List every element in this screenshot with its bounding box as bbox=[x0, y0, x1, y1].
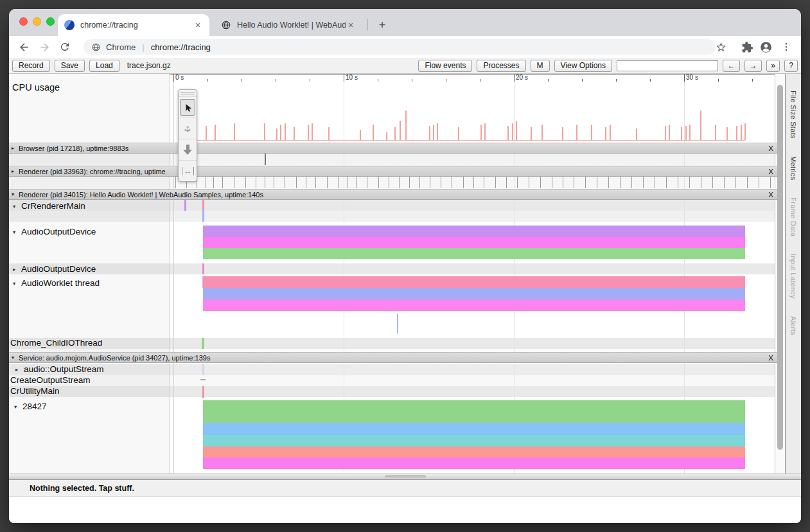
trace-event-mark[interactable] bbox=[202, 276, 203, 288]
trace-slice-bar[interactable] bbox=[203, 400, 745, 423]
trace-tick[interactable] bbox=[274, 175, 274, 188]
trace-tick[interactable] bbox=[643, 175, 644, 188]
trace-tick[interactable] bbox=[517, 175, 518, 188]
menu-dots-icon[interactable] bbox=[779, 39, 794, 55]
selection-tool-button[interactable] bbox=[179, 96, 197, 118]
view-options-button[interactable]: View Options bbox=[554, 60, 612, 72]
trace-tick[interactable] bbox=[655, 175, 655, 188]
trace-tick[interactable] bbox=[689, 175, 690, 188]
find-more-button[interactable]: » bbox=[766, 60, 780, 72]
thread-label-createoutputstream[interactable]: CreateOutputStream bbox=[10, 375, 91, 386]
trace-event-mark[interactable] bbox=[184, 200, 186, 211]
processes-button[interactable]: Processes bbox=[477, 60, 525, 72]
trace-tick[interactable] bbox=[213, 175, 214, 188]
find-next-button[interactable]: → bbox=[744, 60, 762, 72]
trace-event-mark[interactable] bbox=[200, 379, 206, 380]
trace-tick[interactable] bbox=[256, 175, 256, 188]
extensions-puzzle-icon[interactable] bbox=[739, 39, 755, 55]
new-tab-button[interactable]: + bbox=[374, 17, 391, 33]
process-header-audio-service[interactable]: ▾ Service: audio.mojom.AudioService (pid… bbox=[9, 352, 777, 363]
back-icon[interactable] bbox=[16, 39, 31, 55]
sidebar-tab-file-size-stats[interactable]: File Size Stats bbox=[789, 91, 797, 139]
trace-tick[interactable] bbox=[759, 175, 759, 188]
trace-tick[interactable] bbox=[608, 175, 609, 188]
trace-tick[interactable] bbox=[306, 175, 306, 188]
trace-tick[interactable] bbox=[473, 175, 474, 188]
expand-arrow-icon[interactable]: ▸ bbox=[12, 168, 19, 174]
find-input[interactable] bbox=[617, 60, 718, 71]
expand-arrow-icon[interactable]: ▾ bbox=[13, 280, 21, 287]
help-button[interactable]: ? bbox=[784, 60, 798, 72]
trace-tick[interactable] bbox=[770, 175, 771, 188]
trace-event-mark[interactable] bbox=[202, 364, 204, 375]
thread-label-audiooutputdevice-1[interactable]: ▾AudioOutputDevice bbox=[13, 226, 96, 237]
trace-tick[interactable] bbox=[484, 175, 484, 188]
trace-slice-bar[interactable] bbox=[203, 457, 745, 469]
thread-label-audioworklet[interactable]: ▾AudioWorklet thread bbox=[13, 278, 100, 288]
find-previous-button[interactable]: ← bbox=[723, 60, 740, 72]
trace-slice-bar[interactable] bbox=[203, 299, 745, 311]
expand-arrow-icon[interactable]: ▾ bbox=[12, 355, 19, 360]
trace-tick[interactable] bbox=[296, 175, 297, 188]
trace-tick[interactable] bbox=[712, 175, 713, 188]
trace-slice-bar[interactable] bbox=[203, 226, 745, 237]
sidebar-tab-alerts[interactable]: Alerts bbox=[789, 316, 797, 335]
trace-tick[interactable] bbox=[666, 175, 667, 188]
process-header-renderer-33963[interactable]: ▸ Renderer (pid 33963): chrome://tracing… bbox=[9, 166, 777, 177]
trace-tick[interactable] bbox=[357, 175, 357, 188]
pan-tool-button[interactable]: ↔↕ bbox=[179, 118, 197, 139]
close-track-button[interactable]: X bbox=[768, 191, 773, 199]
thread-label-crrenderermain[interactable]: ▾CrRendererMain bbox=[13, 200, 85, 211]
trace-tick[interactable] bbox=[419, 175, 420, 188]
metrics-button[interactable]: M bbox=[531, 60, 550, 72]
trace-tick[interactable] bbox=[463, 175, 464, 188]
bookmark-star-icon[interactable] bbox=[713, 39, 728, 55]
timeline-layer[interactable]: 0 s10 s20 s30 s bbox=[173, 74, 775, 474]
trace-tick[interactable] bbox=[735, 175, 736, 188]
expand-arrow-icon[interactable]: ▾ bbox=[13, 203, 21, 209]
process-header-browser[interactable]: ▸ Browser (pid 17218), uptime:9883s X bbox=[9, 143, 777, 154]
trace-tick[interactable] bbox=[430, 175, 430, 188]
trace-slice-bar[interactable] bbox=[203, 288, 745, 299]
zoom-window-button[interactable] bbox=[46, 17, 55, 26]
close-track-button[interactable]: X bbox=[768, 168, 773, 175]
trace-tick[interactable] bbox=[348, 175, 348, 188]
trace-tick[interactable] bbox=[563, 175, 563, 188]
sidebar-tab-frame-data[interactable]: Frame Data bbox=[789, 197, 797, 236]
expand-arrow-icon[interactable]: ▸ bbox=[15, 366, 24, 373]
omnibox[interactable]: Chrome | chrome://tracing bbox=[84, 39, 716, 55]
sidebar-tab-input-latency[interactable]: Input Latency bbox=[789, 254, 797, 299]
trace-tick[interactable] bbox=[452, 175, 452, 188]
record-button[interactable]: Record bbox=[12, 60, 50, 72]
trace-tick[interactable] bbox=[234, 175, 234, 188]
trace-tick[interactable] bbox=[378, 175, 379, 188]
close-track-button[interactable]: X bbox=[768, 354, 773, 362]
trace-tick[interactable] bbox=[265, 152, 266, 165]
expand-arrow-icon[interactable]: ▾ bbox=[13, 229, 21, 235]
trace-tick[interactable] bbox=[175, 175, 176, 188]
analysis-drag-divider[interactable] bbox=[9, 474, 801, 480]
process-header-renderer-34015[interactable]: ▾ Renderer (pid 34015): Hello Audio Work… bbox=[9, 189, 777, 200]
trace-slice-bar[interactable] bbox=[203, 447, 745, 457]
trace-tick[interactable] bbox=[367, 175, 367, 188]
tab-close-icon[interactable]: × bbox=[193, 20, 203, 30]
trace-tick[interactable] bbox=[338, 175, 339, 188]
tab-close-icon[interactable]: × bbox=[346, 20, 356, 30]
timing-tool-button[interactable]: ↔ bbox=[179, 160, 197, 181]
sidebar-tab-metrics[interactable]: Metrics bbox=[789, 156, 797, 181]
expand-arrow-icon[interactable]: ▸ bbox=[13, 266, 21, 272]
trace-slice-bar[interactable] bbox=[203, 423, 745, 435]
trace-slice-bar[interactable] bbox=[203, 237, 745, 248]
trace-slice-bar[interactable] bbox=[203, 435, 745, 447]
expand-arrow-icon[interactable]: ▸ bbox=[12, 145, 19, 151]
trace-tick[interactable] bbox=[206, 175, 206, 188]
thread-label-audio-outputstream[interactable]: ▸audio::OutputStream bbox=[15, 364, 104, 375]
trace-tick[interactable] bbox=[597, 175, 597, 188]
thread-label-28427[interactable]: ▾28427 bbox=[14, 401, 47, 412]
trace-event-mark[interactable] bbox=[202, 263, 204, 274]
trace-tick[interactable] bbox=[315, 175, 316, 188]
expand-arrow-icon[interactable]: ▾ bbox=[12, 191, 19, 197]
trace-tick[interactable] bbox=[574, 175, 574, 188]
trace-tick[interactable] bbox=[327, 175, 328, 188]
vertical-scrollbar[interactable] bbox=[777, 85, 783, 450]
